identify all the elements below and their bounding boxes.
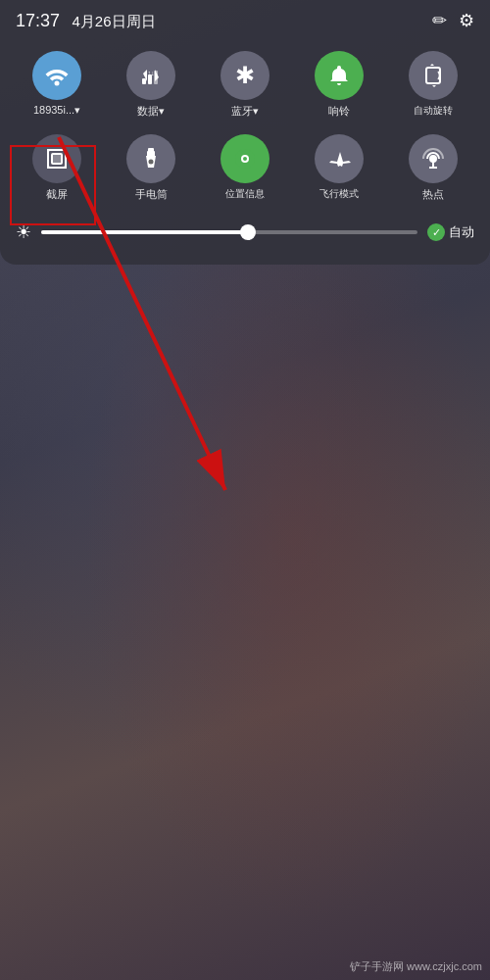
bluetooth-icon-bg: ✱: [220, 51, 270, 100]
quick-tiles-grid: 18935i...▾ ↑↓ 数据▾: [0, 37, 490, 216]
edit-icon[interactable]: ✏: [432, 10, 447, 31]
brightness-icon: ☀: [16, 221, 31, 243]
auto-brightness[interactable]: ✓ 自动: [427, 223, 474, 241]
tile-flashlight[interactable]: 手电筒: [106, 128, 196, 208]
ringtone-icon-bg: [315, 51, 364, 100]
notification-panel: 17:37 4月26日周日 ✏ ⚙ 18935i...▾: [0, 0, 490, 265]
screenshot-icon-bg: [32, 134, 81, 183]
tile-data[interactable]: ↑↓ 数据▾: [106, 45, 196, 124]
wifi-icon-bg: [32, 51, 81, 100]
svg-point-11: [149, 160, 154, 165]
svg-rect-1: [142, 78, 146, 84]
autorotate-icon-bg: [409, 51, 458, 100]
svg-rect-3: [154, 71, 158, 84]
tile-location[interactable]: 位置信息: [200, 128, 290, 208]
svg-text:↑↓: ↑↓: [148, 70, 155, 76]
status-time: 17:37: [16, 11, 60, 30]
status-left: 17:37 4月26日周日: [16, 11, 156, 31]
airplane-label: 飞行模式: [319, 187, 359, 201]
data-icon-bg: ↑↓: [126, 51, 175, 100]
status-bar: 17:37 4月26日周日 ✏ ⚙: [0, 0, 490, 37]
svg-rect-5: [426, 68, 440, 83]
tile-screenshot[interactable]: 截屏: [12, 128, 102, 208]
tile-wifi[interactable]: 18935i...▾: [12, 45, 102, 124]
bluetooth-symbol: ✱: [235, 62, 255, 89]
tile-bluetooth[interactable]: ✱ 蓝牙▾: [200, 45, 290, 124]
status-icons: ✏ ⚙: [432, 10, 474, 31]
brightness-fill: [41, 230, 248, 234]
bluetooth-label: 蓝牙▾: [231, 104, 259, 119]
hotspot-icon-bg: [409, 134, 458, 183]
brightness-row: ☀ ✓ 自动: [0, 216, 490, 253]
brightness-slider[interactable]: [41, 230, 417, 234]
svg-point-14: [243, 157, 247, 161]
screenshot-label: 截屏: [46, 187, 68, 202]
watermark: 铲子手游网 www.czjxjc.com: [350, 959, 482, 974]
ringtone-label: 响铃: [328, 104, 350, 119]
auto-check-icon: ✓: [427, 223, 445, 241]
tile-autorotate[interactable]: 自动旋转: [388, 45, 478, 124]
svg-point-15: [430, 156, 436, 162]
flashlight-icon-bg: [126, 134, 175, 183]
svg-rect-7: [52, 154, 62, 164]
flashlight-label: 手电筒: [135, 187, 168, 202]
tile-hotspot[interactable]: 热点: [388, 128, 478, 208]
auto-label: 自动: [449, 223, 474, 241]
status-date: 4月26日周日: [73, 13, 156, 29]
airplane-icon-bg: [315, 134, 364, 183]
location-label: 位置信息: [225, 187, 265, 201]
tile-ringtone[interactable]: 响铃: [294, 45, 384, 124]
location-icon-bg: [220, 134, 270, 183]
brightness-thumb: [240, 224, 256, 240]
svg-rect-10: [148, 148, 154, 152]
hotspot-label: 热点: [422, 187, 444, 202]
settings-icon[interactable]: ⚙: [459, 10, 474, 31]
tile-airplane[interactable]: 飞行模式: [294, 128, 384, 208]
wifi-label: 18935i...▾: [33, 104, 80, 117]
svg-point-0: [55, 81, 60, 86]
data-label: 数据▾: [137, 104, 165, 119]
autorotate-label: 自动旋转: [414, 104, 453, 118]
